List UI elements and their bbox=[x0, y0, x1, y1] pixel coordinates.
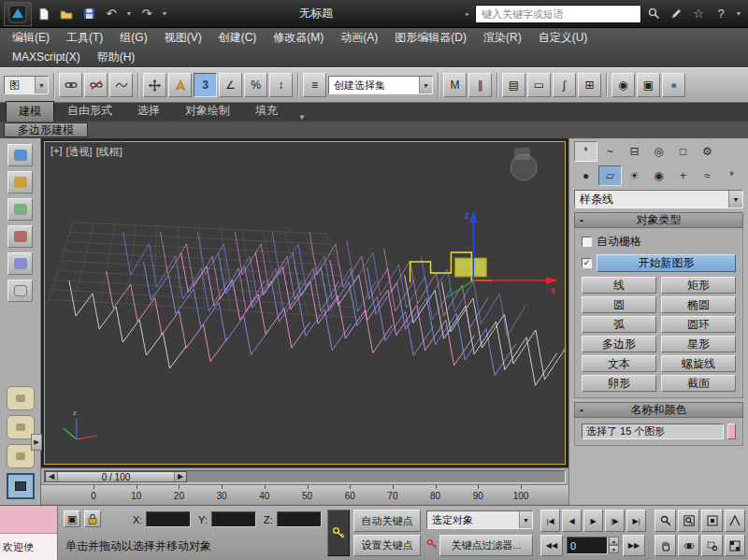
select-and-link-button[interactable] bbox=[59, 73, 82, 97]
left-toolbar-icon-8[interactable] bbox=[7, 415, 35, 439]
tab-hierarchy[interactable]: ⊟ bbox=[623, 141, 646, 162]
key-filters-button[interactable]: 关键点过滤器... bbox=[439, 535, 533, 556]
left-toolbar-icon-6[interactable] bbox=[7, 280, 33, 302]
x-coordinate-field[interactable] bbox=[146, 511, 191, 527]
viewport-shading-menu[interactable]: [线框] bbox=[96, 145, 122, 159]
subtab-geometry[interactable]: ● bbox=[574, 165, 597, 186]
rollout-name-color-header[interactable]: - 名称和颜色 bbox=[574, 402, 743, 418]
menu-item[interactable]: 帮助(H) bbox=[89, 49, 144, 66]
z-coordinate-field[interactable] bbox=[277, 511, 322, 527]
shape-tool-button[interactable]: 截面 bbox=[661, 375, 736, 392]
play-animation-button[interactable]: ▶ bbox=[583, 510, 603, 532]
pan-view-button[interactable] bbox=[654, 535, 676, 556]
menu-item[interactable]: 组(G) bbox=[111, 29, 155, 47]
subtab-space-warps[interactable]: ≈ bbox=[696, 165, 719, 186]
shape-category-dropdown[interactable]: 样条线 ▼ bbox=[574, 190, 743, 208]
app-menu-button[interactable] bbox=[4, 2, 32, 26]
tab-utilities[interactable]: ⚙ bbox=[696, 141, 719, 162]
shape-tool-button[interactable]: 卵形 bbox=[582, 375, 656, 392]
chevron-down-icon[interactable]: ▼ bbox=[35, 77, 48, 93]
left-toolbar-icon-3[interactable] bbox=[7, 198, 33, 221]
shape-tool-button[interactable]: 多边形 bbox=[582, 336, 656, 352]
schematic-view-button[interactable]: ⊞ bbox=[578, 73, 601, 97]
chevron-down-icon[interactable]: ▼ bbox=[519, 511, 532, 528]
shape-tool-button[interactable]: 文本 bbox=[582, 355, 656, 372]
angle-snap-toggle-button[interactable]: ∠ bbox=[219, 73, 242, 97]
tab-create[interactable]: * bbox=[574, 141, 597, 162]
tab-polygon-modeling[interactable]: 多边形建模 bbox=[4, 122, 88, 137]
menu-item[interactable]: 图形编辑器(D) bbox=[386, 29, 475, 47]
communication-center-button[interactable] bbox=[666, 4, 686, 24]
rendered-frame-window-button[interactable]: ▣ bbox=[637, 73, 660, 97]
previous-key-button[interactable]: ◀◀ bbox=[540, 535, 563, 556]
zoom-region-button[interactable] bbox=[701, 535, 723, 556]
menu-item[interactable]: 编辑(E) bbox=[4, 29, 58, 47]
help-dropdown-button[interactable]: ▼ bbox=[733, 4, 744, 24]
macro-recorder-line[interactable] bbox=[0, 506, 57, 534]
rollout-object-type-header[interactable]: - 对象类型 bbox=[574, 212, 743, 228]
ribbon-tab[interactable]: 对象绘制 bbox=[173, 101, 242, 122]
mirror-button[interactable]: M bbox=[443, 73, 467, 97]
left-toolbar-icon-1[interactable] bbox=[7, 144, 33, 166]
undo-button[interactable]: ↶ bbox=[101, 4, 122, 24]
percent-snap-toggle-button[interactable]: % bbox=[244, 73, 267, 97]
menu-item[interactable]: 渲染(R) bbox=[475, 29, 530, 47]
menu-item[interactable]: 创建(C) bbox=[210, 29, 266, 47]
zoom-extents-button[interactable] bbox=[701, 510, 723, 532]
ribbon-tab[interactable]: 自由形式 bbox=[55, 101, 124, 122]
render-production-button[interactable]: ● bbox=[662, 73, 685, 97]
select-object-button[interactable] bbox=[168, 73, 192, 97]
go-to-end-button[interactable]: ▶| bbox=[626, 510, 646, 532]
search-button[interactable] bbox=[643, 4, 664, 24]
subtab-cameras[interactable]: ◉ bbox=[647, 165, 670, 186]
menu-item[interactable]: MAXScript(X) bbox=[4, 49, 89, 66]
shape-tool-button[interactable]: 椭圆 bbox=[661, 296, 736, 313]
select-and-move-button[interactable] bbox=[143, 73, 166, 97]
menu-item[interactable]: 动画(A) bbox=[332, 29, 386, 47]
shape-tool-button[interactable]: 弧 bbox=[582, 316, 656, 333]
curve-editor-button[interactable]: ∫ bbox=[553, 73, 576, 97]
perspective-viewport[interactable]: xzz [+] [透视] [线框] bbox=[44, 141, 566, 465]
open-file-button[interactable] bbox=[56, 4, 77, 24]
spinner-down-button[interactable]: ▼ bbox=[609, 545, 619, 553]
selection-filter-combo[interactable]: 图 ▼ bbox=[4, 76, 49, 94]
help-button[interactable]: ? bbox=[711, 4, 731, 24]
next-frame-button[interactable]: |▶ bbox=[605, 510, 625, 532]
left-toolbar-icon-5[interactable] bbox=[7, 252, 33, 275]
previous-frame-button[interactable]: ◀ bbox=[562, 510, 582, 532]
next-key-button[interactable]: ▶▶ bbox=[623, 535, 645, 556]
favorites-button[interactable]: ☆ bbox=[688, 4, 709, 24]
search-history-button[interactable]: ▸ bbox=[462, 4, 473, 24]
object-name-field[interactable] bbox=[582, 424, 724, 439]
chevron-down-icon[interactable]: ▼ bbox=[419, 77, 432, 93]
spinner-up-button[interactable]: ▲ bbox=[609, 537, 619, 545]
zoom-button[interactable] bbox=[654, 510, 676, 532]
redo-button[interactable]: ↷ bbox=[137, 4, 157, 24]
redo-dropdown-button[interactable]: ▼ bbox=[159, 4, 170, 24]
bind-to-spacewarp-button[interactable] bbox=[109, 73, 133, 97]
unlink-selection-button[interactable] bbox=[84, 73, 108, 97]
start-new-shape-checkbox[interactable]: ✓ bbox=[582, 258, 592, 268]
render-setup-button[interactable]: ◉ bbox=[611, 73, 635, 97]
subtab-helpers[interactable]: + bbox=[671, 165, 695, 186]
menu-item[interactable]: 自定义(U) bbox=[530, 29, 597, 47]
left-toolbar-icon-4[interactable] bbox=[7, 225, 33, 248]
align-button[interactable]: ∥ bbox=[468, 73, 492, 97]
selection-lock-toggle[interactable] bbox=[84, 510, 101, 527]
left-toolbar-icon-2[interactable] bbox=[7, 171, 33, 194]
subtab-lights[interactable]: ☀ bbox=[623, 165, 646, 186]
ribbon-config-dropdown[interactable]: ▼ bbox=[291, 113, 313, 122]
tab-modify[interactable]: ~ bbox=[598, 141, 622, 162]
new-file-button[interactable] bbox=[34, 4, 54, 24]
viewport-general-menu[interactable]: [+] bbox=[50, 145, 63, 159]
listener-line[interactable]: 欢迎使 bbox=[0, 534, 57, 560]
viewport-layout-tab[interactable] bbox=[7, 473, 35, 499]
snap-toggle-3d-button[interactable]: 3 bbox=[194, 73, 217, 97]
set-key-button[interactable]: 设置关键点 bbox=[353, 535, 421, 556]
time-slider-track[interactable]: ◀ 0 / 100 ▶ bbox=[44, 470, 566, 483]
shape-tool-button[interactable]: 线 bbox=[582, 277, 656, 294]
save-file-button[interactable] bbox=[79, 4, 99, 24]
next-frame-arrow[interactable]: ▶ bbox=[174, 472, 186, 481]
previous-frame-arrow[interactable]: ◀ bbox=[46, 472, 58, 481]
orbit-view-button[interactable] bbox=[678, 535, 699, 556]
